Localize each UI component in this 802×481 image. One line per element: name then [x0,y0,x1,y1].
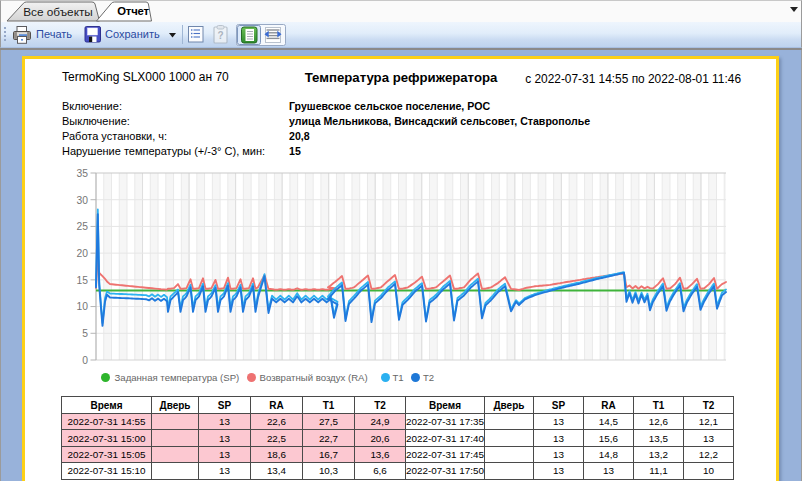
svg-text:35: 35 [77,168,89,179]
svg-text:15: 15 [77,275,89,286]
svg-text:0: 0 [82,355,88,366]
svg-text:20: 20 [77,248,89,259]
svg-text:25: 25 [77,221,89,232]
svg-text:5: 5 [82,328,88,339]
svg-text:10: 10 [77,301,89,312]
svg-text:30: 30 [77,195,89,206]
